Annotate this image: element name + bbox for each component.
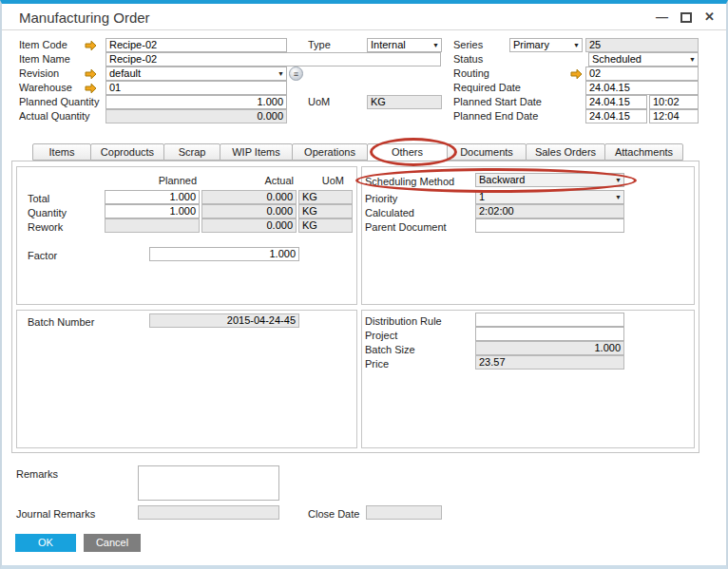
routing-input[interactable]: 02	[585, 66, 699, 81]
actual-quantity-label: Actual Quantity	[19, 110, 90, 122]
batch-number-label: Batch Number	[28, 316, 94, 328]
warehouse-link-arrow-icon[interactable]	[85, 83, 97, 94]
item-name-input[interactable]: Recipe-02	[105, 52, 441, 66]
factor-input[interactable]: 1.000	[149, 247, 299, 261]
parent-document-input[interactable]	[475, 218, 624, 233]
remarks-label: Remarks	[16, 468, 58, 480]
rework-planned-field	[105, 218, 200, 233]
status-select[interactable]: Scheduled ▼	[588, 52, 699, 66]
journal-remarks-label: Journal Remarks	[16, 508, 95, 520]
chevron-down-icon: ▼	[573, 42, 580, 49]
item-code-label: Item Code	[19, 39, 67, 50]
status-label: Status	[453, 53, 483, 65]
minimize-icon[interactable]: —	[656, 10, 668, 24]
ok-button[interactable]: OK	[15, 534, 76, 552]
uom-column-header: UoM	[298, 175, 344, 186]
batch-panel	[16, 310, 357, 448]
item-name-label: Item Name	[19, 53, 70, 65]
required-date-label: Required Date	[453, 82, 521, 93]
routing-link-arrow-icon[interactable]	[570, 68, 583, 80]
remarks-textarea[interactable]	[138, 465, 279, 501]
rework-row-label: Rework	[28, 221, 63, 233]
parent-document-label: Parent Document	[365, 221, 447, 233]
planned-quantity-label: Planned Quantity	[19, 96, 99, 107]
tab-items[interactable]: Items	[32, 143, 91, 161]
scheduling-method-label: Scheduling Method	[365, 176, 454, 187]
chevron-down-icon: ▼	[278, 70, 284, 78]
project-label: Project	[365, 330, 397, 341]
window-title: Manufacturing Order	[19, 9, 150, 26]
tab-sales-orders[interactable]: Sales Orders	[526, 143, 605, 161]
priority-select[interactable]: 1 ▼	[475, 190, 624, 204]
batch-size-field: 1.000	[475, 341, 624, 355]
planned-end-date-label: Planned End Date	[453, 110, 538, 122]
title-bar: Manufacturing Order — ✕	[2, 4, 726, 30]
item-code-input[interactable]: Recipe-02	[105, 38, 287, 52]
chevron-down-icon: ▼	[615, 177, 622, 184]
revision-select[interactable]: default ▼	[105, 66, 287, 81]
planned-end-date-input[interactable]: 24.04.15	[585, 109, 647, 123]
priority-label: Priority	[365, 193, 397, 204]
tab-bar: Items Coproducts Scrap WIP Items Operati…	[33, 143, 683, 161]
tab-wip-items[interactable]: WIP Items	[220, 143, 293, 161]
chevron-down-icon: ▼	[615, 194, 622, 201]
series-label: Series	[453, 39, 483, 50]
batch-number-field: 2015-04-24-45	[149, 313, 299, 328]
quantity-uom-field: KG	[298, 204, 353, 218]
type-select[interactable]: Internal ▼	[367, 38, 442, 52]
tab-scrap[interactable]: Scrap	[163, 143, 220, 161]
project-input[interactable]	[475, 327, 624, 341]
uom-label: UoM	[308, 96, 330, 107]
batch-size-label: Batch Size	[365, 344, 415, 355]
total-planned-input[interactable]: 1.000	[105, 190, 200, 204]
manufacturing-order-window: Manufacturing Order — ✕ Item Code Item N…	[0, 0, 728, 569]
tab-documents[interactable]: Documents	[447, 143, 527, 161]
planned-start-date-label: Planned Start Date	[453, 96, 542, 107]
quantity-planned-input[interactable]: 1.000	[105, 204, 200, 218]
total-row-label: Total	[28, 193, 49, 204]
price-field: 23.57	[475, 355, 624, 370]
calculated-field: 2:02:00	[475, 204, 624, 218]
quantity-row-label: Quantity	[28, 207, 67, 218]
journal-remarks-field	[138, 505, 279, 520]
planned-end-time-input[interactable]: 12:04	[649, 109, 699, 123]
scheduling-method-select[interactable]: Backward ▼	[475, 173, 624, 187]
chevron-down-icon: ▼	[432, 42, 439, 49]
revision-label: Revision	[19, 67, 59, 79]
actual-column-header: Actual	[201, 175, 294, 186]
warehouse-label: Warehouse	[19, 82, 72, 93]
series-select[interactable]: Primary ▼	[509, 38, 583, 52]
revision-detail-ball-icon[interactable]: ≡	[289, 66, 303, 81]
revision-link-arrow-icon[interactable]	[85, 68, 97, 80]
uom-field: KG	[367, 95, 442, 109]
item-code-link-arrow-icon[interactable]	[85, 40, 97, 51]
planned-start-date-input[interactable]: 24.04.15	[585, 95, 647, 109]
close-date-field	[366, 505, 442, 520]
close-date-label: Close Date	[308, 508, 359, 520]
planned-start-time-input[interactable]: 10:02	[649, 95, 699, 109]
warehouse-input[interactable]: 01	[105, 81, 287, 95]
actual-quantity-field: 0.000	[105, 109, 287, 123]
required-date-input[interactable]: 24.04.15	[585, 81, 699, 95]
distribution-rule-label: Distribution Rule	[365, 315, 442, 327]
cancel-button[interactable]: Cancel	[84, 534, 141, 552]
type-label: Type	[308, 39, 331, 50]
rework-uom-field: KG	[298, 218, 353, 233]
total-actual-field: 0.000	[201, 190, 297, 204]
planned-column-header: Planned	[105, 175, 197, 186]
price-label: Price	[365, 358, 389, 370]
calculated-label: Calculated	[365, 207, 414, 218]
planned-quantity-input[interactable]: 1.000	[105, 95, 287, 109]
tab-coproducts[interactable]: Coproducts	[90, 143, 164, 161]
series-number-field: 25	[585, 38, 699, 52]
tab-attachments[interactable]: Attachments	[604, 143, 683, 161]
rework-actual-field: 0.000	[201, 218, 297, 233]
close-icon[interactable]: ✕	[704, 10, 715, 24]
distribution-rule-input[interactable]	[475, 313, 624, 327]
maximize-icon[interactable]	[680, 12, 692, 23]
quantities-panel	[16, 166, 357, 305]
routing-label: Routing	[453, 67, 489, 79]
tab-others[interactable]: Others	[367, 143, 448, 161]
tab-operations[interactable]: Operations	[292, 143, 368, 161]
quantity-actual-field: 0.000	[201, 204, 297, 218]
